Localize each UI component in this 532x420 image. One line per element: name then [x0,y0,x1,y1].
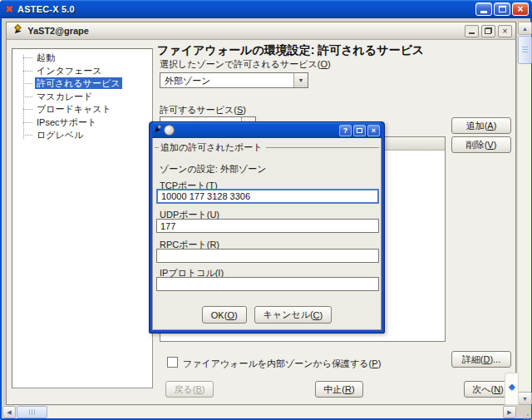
rpc-ports-input[interactable] [156,249,379,263]
yast2-close-button[interactable]: × [498,25,512,37]
window-title: ASTEC-X 5.0 [17,4,475,14]
dialog-help-button[interactable]: ? [339,125,352,136]
sidebar-item-startup[interactable]: 起動 [12,52,152,65]
sidebar-item-allowed-services[interactable]: 許可されるサービス [12,77,152,91]
scroll-down-button[interactable]: ▼ [518,392,532,405]
close-icon: × [517,4,523,14]
tcp-ports-input[interactable] [156,189,379,204]
udp-ports-input[interactable] [156,219,379,233]
sidebar-item-masquerade[interactable]: マスカレード [12,91,152,104]
cancel-button[interactable]: キャンセル(C) [254,306,332,324]
scroll-left-icon: ◀ [7,409,11,416]
zone-combo-label: 選択したゾーンで許可されるサービス(O) [160,58,331,71]
maximize-button[interactable] [494,2,510,16]
dialog-close-button[interactable]: × [367,125,380,136]
dialog-body: 追加の許可されたポート ゾーンの設定: 外部ゾーン TCPポート(T) UDPポ… [152,138,382,330]
x-cursor-icon: ➤ [11,24,24,37]
page-title: ファイアウォールの環境設定: 許可されるサービス [157,43,456,58]
delete-button[interactable]: 削除(V) [451,136,511,153]
add-button[interactable]: 追加(A) [451,117,511,134]
service-combo-label: 許可するサービス(S) [160,104,246,116]
yast-globe-icon [164,125,175,136]
details-button[interactable]: 詳細(D)... [451,351,511,368]
maximize-icon [499,6,506,12]
yast2-restore-button[interactable] [481,25,495,37]
additional-ports-dialog: ➤ ? × 追加の許可されたポート ゾーンの設定: 外部ゾーン [149,121,385,334]
screen: ✖ ASTEC-X 5.0 × ➤ YaST2@grape × ファイアウォール… [0,0,532,420]
input-method-indicator-icon[interactable]: ◆ [509,382,515,391]
yast2-window-title: YaST2@grape [27,26,462,36]
sidebar-tree: 起動 インタフェース 許可されるサービス マスカレード ブロードキャスト IPs… [12,48,153,388]
horizontal-scrollbar[interactable]: ◀ ▶ [2,405,516,418]
chevron-down-icon[interactable]: ▼ [293,73,308,87]
ok-button[interactable]: OK(O) [202,306,247,324]
resize-grip[interactable] [517,405,531,418]
scroll-right-icon: ▶ [507,409,511,416]
minimize-icon [480,11,487,13]
scroll-up-icon: ▲ [522,26,528,32]
zone-info-text: ゾーンの設定: 外部ゾーン [160,163,266,175]
astec-x-window: ✖ ASTEC-X 5.0 × ➤ YaST2@grape × ファイアウォール… [0,0,532,420]
maximize-icon [357,128,362,133]
restore-icon [485,27,492,34]
close-button[interactable]: × [512,2,529,16]
scroll-left-button[interactable]: ◀ [2,406,16,418]
astec-logo-icon: ✖ [5,3,13,15]
dialog-maximize-button[interactable] [353,125,366,136]
dialog-groupbox-title: 追加の許可されたポート [159,141,263,154]
horizontal-scroll-thumb[interactable] [17,406,47,418]
yast2-window: ➤ YaST2@grape × ファイアウォールの環境設定: 許可されるサービス… [6,22,516,405]
dialog-titlebar[interactable]: ➤ ? × [152,122,382,138]
sidebar-item-loglevel[interactable]: ログレベル [12,129,152,142]
scroll-right-button[interactable]: ▶ [503,406,516,418]
zone-combo-value: 外部ゾーン [160,73,293,87]
protect-internal-zone-checkbox[interactable] [167,357,178,368]
sidebar-item-broadcast[interactable]: ブロードキャスト [12,103,152,116]
vertical-scrollbar[interactable]: ▲ ▼ [517,22,531,405]
yast2-titlebar[interactable]: ➤ YaST2@grape × [7,22,515,40]
close-icon: × [503,27,508,36]
vertical-scroll-thumb[interactable] [518,36,532,64]
zone-combo[interactable]: 外部ゾーン ▼ [160,72,308,88]
yast2-minimize-button[interactable] [465,25,479,37]
minimize-icon [469,32,475,34]
protect-internal-zone-label[interactable]: ファイアウォールを内部ゾーンから保護する(P) [183,358,381,370]
sidebar-item-ipsec[interactable]: IPsecサポート [12,116,152,130]
ip-protocols-input[interactable] [156,277,379,291]
back-button: 戻る(B) [165,381,214,398]
minimize-button[interactable] [475,2,492,16]
scroll-down-icon: ▼ [522,396,528,402]
astec-titlebar[interactable]: ✖ ASTEC-X 5.0 × [0,0,532,18]
sidebar-item-interfaces[interactable]: インタフェース [12,65,152,78]
scroll-up-button[interactable]: ▲ [518,22,532,35]
yast2-content: ファイアウォールの環境設定: 許可されるサービス 起動 インタフェース 許可され… [7,40,515,404]
dialog-groupbox-header: 追加の許可されたポート [155,141,379,154]
x-cursor-icon: ➤ [151,125,163,136]
abort-button[interactable]: 中止(R) [315,381,363,398]
